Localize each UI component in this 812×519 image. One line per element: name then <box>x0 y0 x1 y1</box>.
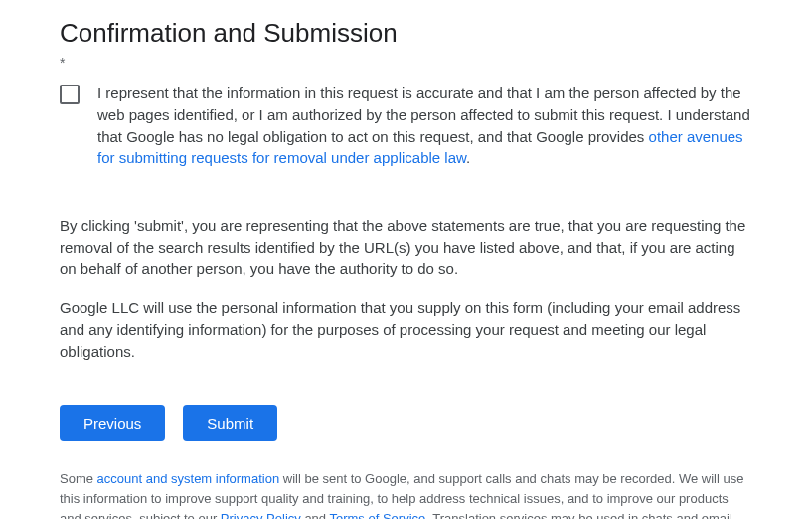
footer-text-4: . Translation services may be used in ch… <box>425 511 735 519</box>
representation-paragraph: By clicking 'submit', you are representi… <box>60 215 752 279</box>
previous-button[interactable]: Previous <box>60 405 165 441</box>
footer-text-3: and <box>301 511 330 519</box>
page-title: Confirmation and Submission <box>60 18 752 49</box>
consent-text: I represent that the information in this… <box>97 83 752 169</box>
submit-button[interactable]: Submit <box>183 405 277 441</box>
consent-checkbox[interactable] <box>60 85 80 104</box>
privacy-paragraph: Google LLC will use the personal informa… <box>60 297 752 362</box>
account-system-info-link[interactable]: account and system information <box>97 471 280 486</box>
consent-row: I represent that the information in this… <box>60 83 752 169</box>
footer-text-1: Some <box>60 471 97 486</box>
required-indicator: * <box>60 55 752 71</box>
terms-of-service-link[interactable]: Terms of Service <box>329 511 425 519</box>
button-row: Previous Submit <box>60 405 752 441</box>
consent-text-after: . <box>466 149 470 166</box>
footer-disclosure: Some account and system information will… <box>60 469 752 520</box>
privacy-policy-link[interactable]: Privacy Policy <box>221 511 301 519</box>
